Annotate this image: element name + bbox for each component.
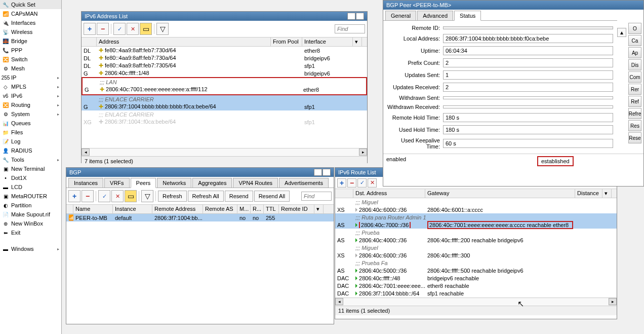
sidebar-item-interfaces[interactable]: 🔌Interfaces — [0, 18, 61, 27]
side-button-rer[interactable]: Rer — [628, 84, 641, 95]
resend-button[interactable]: Resend — [225, 191, 253, 202]
col-remote-as[interactable]: Remote AS — [203, 205, 237, 213]
col-distance[interactable]: Distance — [575, 189, 602, 198]
table-row[interactable]: DAC 2806:40c:ffff::/48bridgeipv6 reachab… — [335, 274, 617, 282]
sidebar-item-mpls[interactable]: ◇MPLS▸ — [0, 82, 61, 91]
sidebar-item-dot1x[interactable]: •Dot1X — [0, 173, 61, 182]
table-row[interactable]: G✚ 2806:40c:ffff::1/48bridgeipv6 — [82, 69, 367, 77]
col-address[interactable]: Address — [97, 38, 271, 46]
table-row[interactable]: AS 2806:40c:5000::/362806:40c:ffff::500 … — [335, 267, 617, 274]
table-row[interactable]: AS 2806:40c:4000::/362806:40c:ffff::200 … — [335, 236, 617, 244]
col-interface[interactable]: Interface — [302, 38, 353, 46]
side-button-o[interactable]: O — [628, 23, 641, 34]
sidebar-item-ip[interactable]: 255IP▸ — [0, 73, 61, 82]
col-r[interactable]: R... — [251, 205, 264, 213]
side-button-res[interactable]: Res — [628, 120, 641, 131]
minimize-button[interactable]: ▢ — [314, 169, 322, 176]
col-remote-id[interactable]: Remote ID — [279, 205, 314, 213]
col-frompool[interactable]: From Pool — [271, 38, 302, 46]
sidebar-item-partition[interactable]: ◐Partition — [0, 201, 61, 210]
refresh-all-button[interactable]: Refresh All — [188, 191, 224, 202]
window-title-bar[interactable]: BGP ▢ ✕ — [66, 168, 334, 177]
sidebar-item-queues[interactable]: 📊Queues — [0, 119, 61, 128]
side-button-ca[interactable]: Ca — [628, 35, 641, 46]
table-row[interactable]: AS 2806:40c:7000::/362806:40c:7001:eeee:… — [335, 221, 617, 229]
resend-all-button[interactable]: Resend All — [254, 191, 290, 202]
sidebar-item-bridge[interactable]: 🌉Bridge — [0, 36, 61, 46]
filter-button[interactable]: ▽ — [141, 190, 153, 202]
remove-button[interactable]: − — [97, 23, 109, 35]
tab-vpn4-routes[interactable]: VPN4 Routes — [233, 178, 278, 188]
scrollbar-horizontal[interactable]: ◂ ▸ — [335, 298, 617, 306]
window-title-bar[interactable]: BGP Peer <PEER-to-MB> — [383, 1, 643, 10]
close-button[interactable]: ✕ — [323, 169, 331, 176]
sidebar-item-routing[interactable]: 🔀Routing▸ — [0, 100, 61, 109]
tab-peers[interactable]: Peers — [131, 178, 156, 188]
sidebar-item-radius[interactable]: 👤RADIUS — [0, 146, 61, 155]
col-remote-address[interactable]: Remote Address — [152, 205, 203, 213]
table-row[interactable]: DL✚ fe80::4aa9:8aff:feb7:7305/64sfp1 — [82, 62, 367, 69]
sidebar-item-ipv6[interactable]: v6IPv6▸ — [0, 91, 61, 100]
disable-button[interactable]: ✕ — [127, 23, 139, 35]
scroll-right-button[interactable]: ▸ — [359, 149, 367, 156]
enable-button[interactable]: ✓ — [98, 190, 110, 202]
sidebar-item-mesh[interactable]: ⚙Mesh — [0, 64, 61, 73]
sidebar-item-system[interactable]: ⚙System▸ — [0, 109, 61, 119]
table-row[interactable]: DL✚ fe80::4aa9:8aff:feb7:730a/64bridgeip… — [82, 54, 367, 62]
comment-button[interactable]: ▭ — [125, 190, 137, 202]
side-button-ap[interactable]: Ap — [628, 47, 641, 58]
enable-button[interactable]: ✓ — [113, 23, 126, 35]
enable-button[interactable]: ✓ — [357, 178, 367, 188]
sidebar-item-log[interactable]: 📝Log — [0, 137, 61, 146]
disable-button[interactable]: ✕ — [111, 190, 124, 202]
sidebar-item-capsman[interactable]: 📶CAPsMAN — [0, 9, 61, 18]
scroll-up-button[interactable]: ▴ — [617, 28, 626, 37]
comment-button[interactable]: ▭ — [140, 23, 152, 35]
col-m[interactable]: M... — [237, 205, 251, 213]
close-button[interactable]: ✕ — [356, 13, 364, 20]
minimize-button[interactable]: ▢ — [347, 13, 355, 20]
table-row[interactable]: G✚ 2806:3f7:1004:bbbb:bbbb:bbbb:f0ca:beb… — [82, 103, 367, 110]
tab-aggregates[interactable]: Aggregates — [192, 178, 232, 188]
add-button[interactable]: + — [84, 23, 96, 35]
col-menu[interactable]: ▾ — [314, 205, 324, 213]
col-menu[interactable]: ▾ — [602, 189, 612, 198]
add-button[interactable]: + — [68, 190, 80, 202]
remove-button[interactable]: − — [347, 178, 356, 188]
tab-advertisements[interactable]: Advertisements — [279, 178, 329, 188]
sidebar-item-make-supout.rif[interactable]: 📄Make Supout.rif — [0, 210, 61, 219]
sidebar-item-new-winbox[interactable]: ⊕New WinBox — [0, 219, 61, 228]
add-button[interactable]: + — [337, 178, 346, 188]
sidebar-item-tools[interactable]: 🔧Tools▸ — [0, 155, 61, 164]
sidebar-item-exit[interactable]: ⬅Exit — [0, 228, 61, 237]
scrollbar-horizontal[interactable]: ◂ ▸ — [82, 148, 367, 156]
tab-general[interactable]: General — [385, 11, 416, 20]
sidebar-item-metarouter[interactable]: ▣MetaROUTER — [0, 192, 61, 201]
table-row[interactable]: DAC 2806:40c:7001:eeee:eee...ether8 reac… — [335, 282, 617, 289]
tab-networks[interactable]: Networks — [157, 178, 191, 188]
sidebar-item-quick-set[interactable]: 🔧Quick Set — [0, 0, 61, 9]
sidebar-item-lcd[interactable]: ▬LCD — [0, 182, 61, 192]
scroll-left-button[interactable]: ◂ — [335, 298, 343, 305]
col-name[interactable]: Name — [73, 205, 113, 213]
scroll-right-button[interactable]: ▸ — [609, 298, 617, 305]
scroll-left-button[interactable]: ◂ — [82, 149, 90, 156]
sidebar-item-ppp[interactable]: 📞PPP — [0, 46, 61, 55]
window-title-bar[interactable]: IPv6 Address List ▢ ✕ — [82, 12, 367, 21]
side-button-rese[interactable]: Rese — [628, 132, 641, 143]
sidebar-item-files[interactable]: 📁Files — [0, 128, 61, 137]
filter-button[interactable]: ▽ — [156, 23, 169, 35]
table-row[interactable]: XG✚ 2806:3f7:1004::f0ca:bebe/64sfp1 — [82, 118, 367, 126]
find-input[interactable] — [301, 192, 332, 201]
table-row[interactable]: DL✚ fe80::4aa9:8aff:feb7:730d/64ether8 — [82, 47, 367, 54]
col-dst-address[interactable]: Dst. Address — [353, 189, 425, 198]
sidebar-item-new-terminal[interactable]: ▣New Terminal — [0, 164, 61, 173]
col-instance[interactable]: Instance — [113, 205, 152, 213]
side-button-ref[interactable]: Ref — [628, 96, 641, 107]
disable-button[interactable]: ✕ — [368, 178, 377, 188]
remove-button[interactable]: − — [82, 190, 94, 202]
side-button-dis[interactable]: Dis — [628, 59, 641, 70]
sidebar-item-windows[interactable]: ▬ Windows ▸ — [0, 244, 61, 253]
side-button-refre[interactable]: Refre — [628, 108, 641, 119]
sidebar-item-wireless[interactable]: 📡Wireless — [0, 27, 61, 36]
